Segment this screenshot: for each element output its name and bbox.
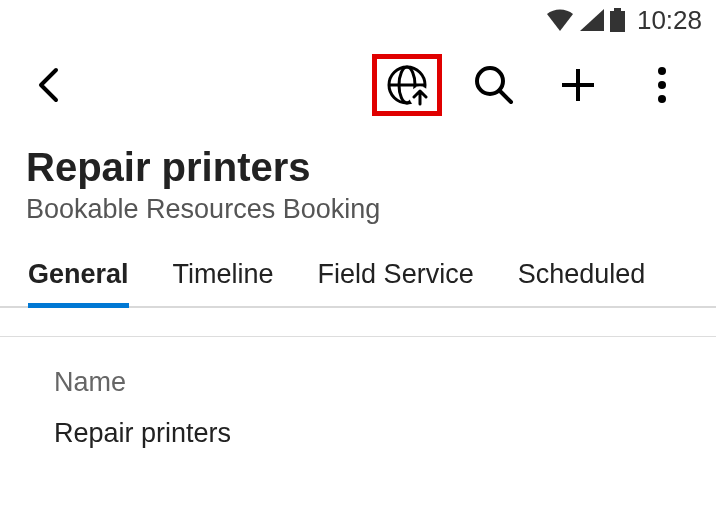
back-button[interactable] (24, 55, 72, 115)
add-button[interactable] (542, 49, 614, 121)
wifi-icon (546, 9, 574, 31)
svg-line-7 (500, 91, 511, 102)
form-tabs: General Timeline Field Service Scheduled (0, 259, 716, 308)
divider (0, 336, 716, 337)
svg-rect-0 (614, 8, 621, 11)
field-name[interactable]: Name Repair printers (0, 367, 716, 449)
svg-rect-1 (610, 11, 625, 32)
record-title: Repair printers (26, 144, 690, 190)
page-header: Repair printers Bookable Resources Booki… (0, 130, 716, 225)
svg-point-11 (658, 81, 666, 89)
form-content: Name Repair printers (0, 308, 716, 449)
tab-timeline[interactable]: Timeline (173, 259, 274, 306)
chevron-left-icon (37, 67, 59, 103)
cellular-icon (580, 9, 604, 31)
more-button[interactable] (626, 49, 698, 121)
svg-point-10 (658, 67, 666, 75)
toolbar (0, 40, 716, 130)
status-bar: 10:28 (0, 0, 716, 40)
field-name-label: Name (54, 367, 662, 398)
search-button[interactable] (458, 49, 530, 121)
search-icon (474, 65, 514, 105)
plus-icon (558, 65, 598, 105)
field-name-value: Repair printers (54, 418, 662, 449)
tab-field-service[interactable]: Field Service (318, 259, 474, 306)
battery-icon (610, 8, 625, 32)
globe-upload-icon (386, 64, 428, 106)
tab-general[interactable]: General (28, 259, 129, 306)
status-time: 10:28 (637, 5, 702, 36)
reconnect-button-highlighted[interactable] (372, 54, 442, 116)
svg-point-12 (658, 95, 666, 103)
tab-scheduled[interactable]: Scheduled (518, 259, 646, 306)
record-entity-name: Bookable Resources Booking (26, 194, 690, 225)
more-vertical-icon (657, 66, 667, 104)
